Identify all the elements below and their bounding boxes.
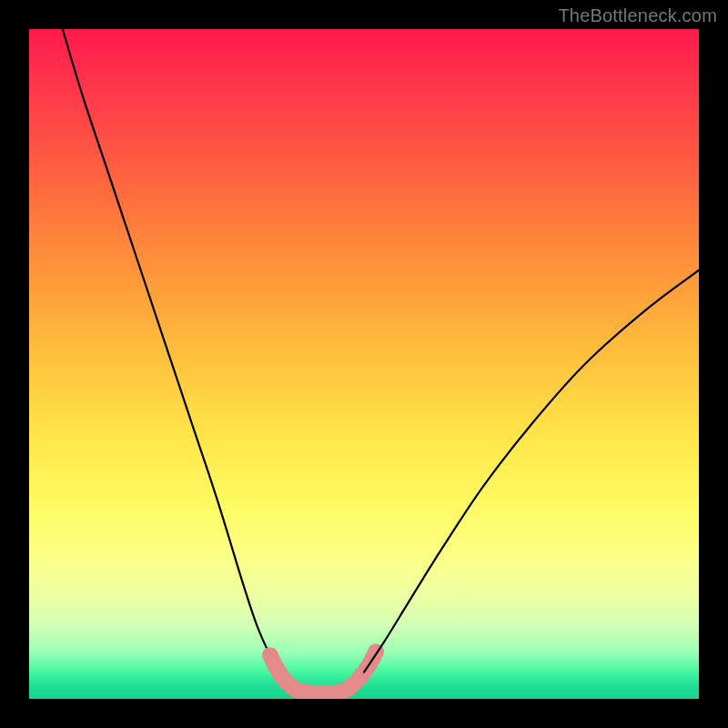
series-left-branch bbox=[63, 29, 288, 682]
curve-layer bbox=[63, 29, 699, 693]
series-right-bottom-pink bbox=[338, 649, 378, 693]
chart-curves bbox=[29, 29, 699, 699]
chart-frame: TheBottleneck.com bbox=[0, 0, 728, 728]
watermark-text: TheBottleneck.com bbox=[558, 5, 717, 26]
chart-plot-area bbox=[29, 29, 699, 699]
series-right-branch bbox=[364, 270, 699, 672]
series-left-bottom-pink bbox=[270, 655, 338, 693]
